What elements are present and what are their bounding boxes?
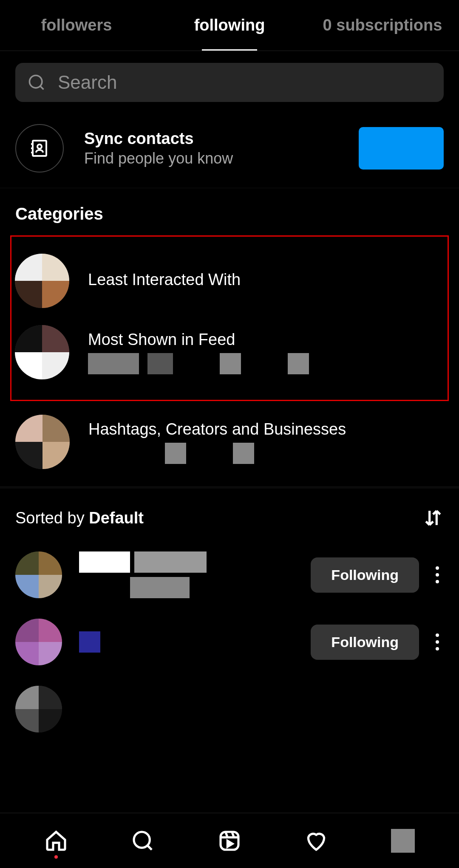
profile-thumbnail — [391, 829, 415, 853]
nav-search[interactable] — [131, 829, 155, 853]
user-avatar — [15, 619, 62, 665]
category-avatar — [15, 325, 69, 379]
tab-following-label: following — [194, 16, 265, 34]
contacts-icon-circle — [15, 124, 64, 172]
category-text: Hashtags, Creators and Businesses — [88, 420, 444, 464]
tab-followers[interactable]: followers — [0, 0, 153, 51]
more-options-button[interactable] — [431, 633, 444, 650]
following-button[interactable]: Following — [311, 625, 419, 660]
search-input[interactable] — [58, 72, 432, 93]
svg-line-8 — [147, 845, 152, 849]
user-name-redacted — [79, 551, 302, 598]
search-icon — [131, 829, 155, 853]
category-hashtags-creators[interactable]: Hashtags, Creators and Businesses — [15, 406, 444, 478]
tab-subscriptions-label: 0 subscriptions — [323, 16, 442, 34]
sync-contacts-button[interactable] — [359, 127, 444, 170]
home-icon — [44, 829, 68, 853]
nav-home-notification-dot — [54, 855, 58, 859]
sort-arrows-icon[interactable] — [422, 507, 444, 529]
reels-icon — [218, 829, 241, 853]
nav-home[interactable] — [44, 829, 68, 853]
search-container — [0, 51, 459, 114]
svg-point-7 — [134, 832, 150, 848]
sorted-label: Sorted by Default — [15, 509, 144, 527]
more-options-button[interactable] — [431, 566, 444, 583]
tab-following[interactable]: following — [153, 0, 306, 51]
category-subtitle-redacted — [88, 353, 444, 374]
user-avatar — [15, 686, 62, 732]
category-title: Hashtags, Creators and Businesses — [88, 420, 444, 438]
bottom-navigation — [0, 813, 459, 868]
category-most-shown[interactable]: Most Shown in Feed — [15, 317, 444, 388]
svg-line-1 — [40, 86, 44, 90]
heart-icon — [304, 829, 328, 853]
category-text: Most Shown in Feed — [88, 331, 444, 374]
category-text: Least Interacted With — [88, 271, 444, 291]
nav-profile[interactable] — [391, 829, 415, 853]
following-list-item[interactable] — [15, 676, 444, 743]
sorted-section: Sorted by Default Following — [0, 486, 459, 743]
nav-reels[interactable] — [218, 829, 241, 853]
sync-contacts-title: Sync contacts — [84, 130, 359, 148]
sorted-header[interactable]: Sorted by Default — [15, 499, 444, 541]
user-avatar — [15, 551, 62, 598]
sync-contacts-text: Sync contacts Find people you know — [84, 130, 359, 167]
categories-highlight-box: Least Interacted With Most Shown in Feed — [10, 235, 449, 401]
sync-contacts-row[interactable]: Sync contacts Find people you know — [0, 114, 459, 188]
search-bar[interactable] — [15, 63, 444, 102]
category-avatar — [15, 254, 69, 308]
categories-section: Categories Least Interacted With — [0, 188, 459, 486]
svg-point-0 — [30, 76, 42, 88]
address-book-icon — [29, 138, 50, 158]
sync-contacts-subtitle: Find people you know — [84, 150, 359, 167]
search-icon — [27, 73, 46, 92]
user-name-redacted — [79, 631, 302, 653]
following-button[interactable]: Following — [311, 557, 419, 593]
tab-followers-label: followers — [41, 16, 112, 34]
category-title: Most Shown in Feed — [88, 331, 444, 349]
sorted-prefix: Sorted by — [15, 509, 89, 527]
sorted-mode: Default — [89, 509, 144, 527]
following-page-tabs: followers following 0 subscriptions — [0, 0, 459, 51]
following-list-item[interactable]: Following — [15, 541, 444, 608]
category-subtitle-redacted — [88, 443, 444, 464]
category-title: Least Interacted With — [88, 271, 444, 289]
following-list-item[interactable]: Following — [15, 608, 444, 676]
tab-subscriptions[interactable]: 0 subscriptions — [306, 0, 459, 51]
category-least-interacted[interactable]: Least Interacted With — [15, 245, 444, 317]
nav-activity[interactable] — [304, 829, 328, 853]
category-avatar — [15, 415, 70, 469]
svg-point-3 — [37, 144, 42, 149]
categories-heading: Categories — [15, 204, 444, 223]
